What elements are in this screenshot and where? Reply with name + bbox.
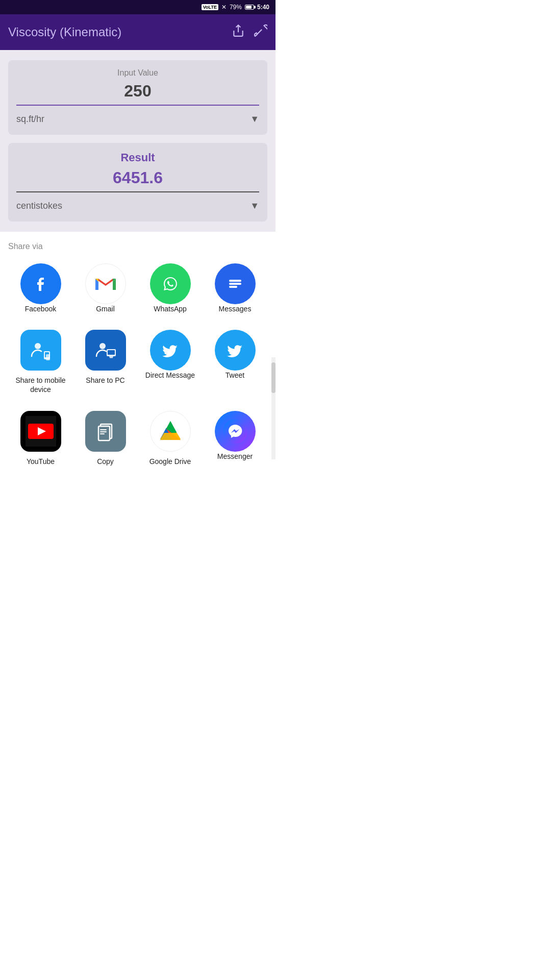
brush-icon[interactable]	[254, 24, 267, 40]
share-via-label: Share via	[8, 242, 267, 251]
share-to-pc[interactable]: Share to PC	[80, 330, 131, 394]
svg-rect-4	[229, 280, 241, 282]
signal-x-icon: ✕	[221, 4, 227, 11]
share-google-drive[interactable]: Google Drive	[145, 411, 196, 466]
messages-label: Messages	[219, 304, 252, 313]
share-gmail[interactable]: Gmail	[80, 263, 131, 313]
input-label: Input Value	[16, 68, 259, 78]
svg-rect-24	[100, 429, 107, 430]
tweet-label: Tweet	[226, 371, 244, 380]
input-card: Input Value 250 sq.ft/hr ▼	[8, 60, 267, 135]
copy-label: Copy	[97, 457, 114, 466]
svg-rect-14	[108, 350, 115, 355]
google-drive-label: Google Drive	[149, 457, 191, 466]
page-title: Viscosity (Kinematic)	[8, 25, 121, 39]
status-bar: VoLTE ✕ 79% 5:40	[0, 0, 276, 14]
share-row-2: Share to mobile device Share to PC	[8, 330, 267, 394]
gmail-icon	[85, 263, 126, 304]
facebook-icon	[20, 263, 61, 304]
result-unit-chevron: ▼	[250, 201, 259, 211]
share-pc-label: Share to PC	[86, 376, 124, 385]
share-whatsapp[interactable]: WhatsApp	[145, 263, 196, 313]
direct-message-label: Direct Message	[145, 371, 195, 380]
share-mobile-label: Share to mobile device	[15, 376, 66, 394]
svg-rect-16	[110, 357, 113, 358]
result-unit-text: centistokes	[16, 201, 62, 211]
scrollbar-thumb[interactable]	[271, 362, 276, 393]
svg-point-7	[35, 343, 41, 349]
share-copy[interactable]: Copy	[80, 411, 131, 466]
svg-point-38	[223, 419, 247, 444]
volte-indicator: VoLTE	[202, 4, 218, 10]
whatsapp-icon	[150, 263, 191, 304]
battery-percent: 79%	[230, 4, 242, 11]
main-content: Input Value 250 sq.ft/hr ▼ Result 6451.6…	[0, 50, 276, 232]
input-value: 250	[16, 82, 259, 106]
messenger-icon	[215, 411, 256, 452]
share-row-1: Facebook Gmail	[8, 263, 267, 313]
share-sheet: Share via Facebook	[0, 232, 276, 476]
toolbar-actions	[232, 24, 267, 40]
share-row-3: YouTube Copy	[8, 411, 267, 466]
svg-rect-6	[229, 286, 237, 288]
svg-rect-5	[229, 283, 241, 285]
share-tweet[interactable]: Tweet	[210, 330, 261, 394]
share-direct-message[interactable]: Direct Message	[145, 330, 196, 394]
result-unit-selector[interactable]: centistokes ▼	[16, 199, 259, 213]
result-label: Result	[16, 151, 259, 164]
result-value: 6451.6	[16, 168, 259, 192]
share-messenger[interactable]: Messenger	[210, 411, 261, 466]
input-unit-text: sq.ft/hr	[16, 114, 44, 125]
share-icon[interactable]	[232, 24, 245, 40]
share-facebook[interactable]: Facebook	[15, 263, 66, 313]
messenger-label: Messenger	[217, 452, 253, 461]
svg-rect-26	[100, 433, 105, 434]
battery-icon	[245, 5, 254, 10]
svg-point-12	[99, 343, 106, 349]
svg-rect-15	[109, 356, 113, 357]
share-messages[interactable]: Messages	[210, 263, 261, 313]
google-drive-icon	[150, 411, 191, 452]
copy-icon	[85, 411, 126, 452]
scrollbar-track	[271, 357, 276, 459]
input-unit-chevron: ▼	[250, 114, 259, 125]
svg-rect-11	[46, 354, 50, 360]
tweet-icon	[215, 330, 256, 371]
whatsapp-label: WhatsApp	[154, 304, 187, 313]
svg-rect-25	[100, 431, 107, 432]
svg-point-2	[158, 272, 183, 296]
clock: 5:40	[257, 4, 269, 11]
youtube-label: YouTube	[27, 457, 55, 466]
direct-message-icon	[150, 330, 191, 371]
share-mobile-icon	[20, 330, 61, 371]
share-youtube[interactable]: YouTube	[15, 411, 66, 466]
gmail-label: Gmail	[96, 304, 115, 313]
youtube-icon	[20, 411, 61, 452]
share-pc-icon	[85, 330, 126, 371]
facebook-label: Facebook	[25, 304, 56, 313]
input-unit-selector[interactable]: sq.ft/hr ▼	[16, 112, 259, 127]
messages-icon	[215, 263, 256, 304]
app-toolbar: Viscosity (Kinematic)	[0, 14, 276, 50]
result-card: Result 6451.6 centistokes ▼	[8, 143, 267, 222]
share-to-mobile[interactable]: Share to mobile device	[15, 330, 66, 394]
